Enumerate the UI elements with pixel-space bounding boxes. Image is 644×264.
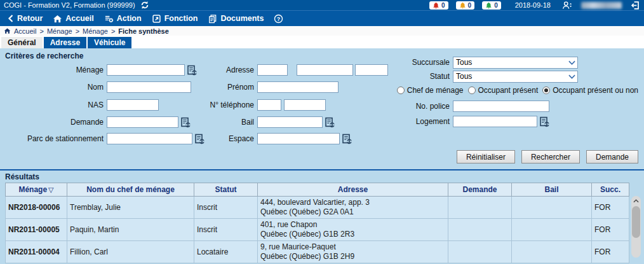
tab-strip: Général Adresse Véhicule bbox=[0, 36, 644, 48]
scrollbar-thumb[interactable] bbox=[632, 206, 640, 238]
app-title: COGI - Formation V2, Formation (999999) bbox=[4, 1, 135, 9]
espace-label: Espace bbox=[159, 134, 254, 143]
espace-lookup-icon[interactable] bbox=[342, 134, 352, 144]
breadcrumb-separator: > bbox=[111, 27, 115, 35]
bail-lookup-icon[interactable] bbox=[325, 117, 335, 128]
chevron-left-icon bbox=[8, 14, 14, 23]
col-header-bail[interactable]: Bail bbox=[512, 183, 592, 197]
demande-cell bbox=[448, 241, 512, 263]
breadcrumb-item[interactable]: Ménage bbox=[47, 27, 72, 35]
col-header-demande[interactable]: Demande bbox=[448, 183, 512, 197]
alert-badge-red[interactable]: 0 bbox=[429, 1, 448, 10]
telephone-numero-input[interactable] bbox=[284, 99, 326, 111]
logement-input[interactable] bbox=[453, 116, 537, 127]
succ-cell: FOR bbox=[592, 241, 629, 263]
results-area: Ménage▽ Nom du chef de ménage Statut Adr… bbox=[0, 181, 644, 263]
nom-cell: Fillion, Carl bbox=[67, 241, 194, 263]
nom-cell: Paquin, Martin bbox=[67, 219, 194, 241]
alert-badge-yellow[interactable]: 0 bbox=[456, 1, 475, 10]
username-redacted bbox=[581, 2, 622, 9]
col-header-adresse[interactable]: Adresse bbox=[258, 183, 448, 197]
col-header-menage[interactable]: Ménage▽ bbox=[6, 183, 67, 197]
nav-bar: Retour Accueil Action Fonction bbox=[0, 10, 644, 26]
adresse-rue-input[interactable] bbox=[297, 64, 353, 76]
nav-fonction[interactable]: Fonction bbox=[147, 14, 203, 24]
breadcrumb-home-icon bbox=[4, 27, 11, 34]
succursale-select[interactable]: Tous bbox=[453, 57, 578, 69]
espace-input[interactable] bbox=[257, 133, 340, 144]
nav-fonction-label: Fonction bbox=[164, 14, 198, 23]
radio-label: Occupant présent ou non bbox=[553, 86, 638, 95]
demande-button[interactable]: Demande bbox=[586, 150, 638, 163]
search-button[interactable]: Rechercher bbox=[521, 150, 580, 163]
tab-adresse[interactable]: Adresse bbox=[44, 37, 86, 48]
radio-occupant-present[interactable]: Occupant présent bbox=[468, 86, 539, 95]
breadcrumb-item[interactable]: Ménage bbox=[83, 27, 108, 35]
menage-link[interactable]: NR2018-00006 bbox=[6, 197, 67, 219]
tab-general[interactable]: Général bbox=[1, 37, 43, 48]
user-switch-icon[interactable] bbox=[562, 1, 572, 10]
statut-cell: Inscrit bbox=[194, 197, 258, 219]
vertical-scrollbar[interactable] bbox=[631, 196, 641, 258]
alert-count-green: 0 bbox=[494, 2, 498, 9]
alert-badge-green[interactable]: 0 bbox=[482, 1, 501, 10]
adresse-cell: 444, boulevard Valcartier, app. 3 Québec… bbox=[258, 197, 448, 219]
succursale-value: Tous bbox=[456, 58, 472, 67]
logement-label: Logement bbox=[349, 117, 450, 126]
nav-accueil[interactable]: Accueil bbox=[48, 14, 98, 24]
bail-cell bbox=[512, 241, 592, 263]
table-row[interactable]: NR2011-00004 Fillion, Carl Locataire 9, … bbox=[6, 241, 629, 263]
col-header-nom[interactable]: Nom du chef de ménage bbox=[67, 183, 194, 197]
telephone-label: N° téléphone bbox=[159, 101, 254, 109]
home-icon bbox=[53, 14, 62, 24]
breadcrumb-separator: > bbox=[76, 27, 79, 35]
nav-action-label: Action bbox=[117, 14, 142, 23]
demande-cell bbox=[448, 219, 512, 241]
title-bar: COGI - Formation V2, Formation (999999) … bbox=[0, 0, 644, 10]
demande-cell bbox=[448, 197, 512, 219]
col-header-statut[interactable]: Statut bbox=[194, 183, 258, 197]
nav-retour[interactable]: Retour bbox=[3, 14, 48, 23]
nom-label: Nom bbox=[5, 83, 104, 92]
adresse-cell: 401, rue Chapon Québec (Québec) G1B 2R3 bbox=[258, 219, 448, 241]
nav-help[interactable]: ? bbox=[269, 14, 288, 24]
nav-retour-label: Retour bbox=[17, 14, 43, 23]
menage-link[interactable]: NR2011-00004 bbox=[6, 241, 67, 263]
prenom-input[interactable] bbox=[257, 81, 339, 93]
scroll-up-icon[interactable] bbox=[631, 196, 641, 206]
breadcrumb-item[interactable]: Accueil bbox=[14, 27, 36, 35]
logout-icon[interactable] bbox=[631, 1, 640, 10]
statut-select[interactable]: Tous bbox=[453, 71, 578, 83]
col-header-succ[interactable]: Succ. bbox=[592, 183, 629, 197]
refresh-icon[interactable] bbox=[140, 1, 149, 10]
nom-cell: Tremblay, Julie bbox=[67, 197, 194, 219]
alert-count-yellow: 0 bbox=[468, 2, 472, 9]
adresse-label: Adresse bbox=[159, 66, 254, 74]
prenom-label: Prénom bbox=[159, 83, 254, 92]
table-row[interactable]: NR2018-00006 Tremblay, Julie Inscrit 444… bbox=[6, 197, 629, 219]
logement-lookup-icon[interactable] bbox=[539, 116, 550, 127]
succursale-label: Succursale bbox=[349, 58, 450, 67]
telephone-indicatif-input[interactable] bbox=[257, 99, 281, 111]
nas-input[interactable] bbox=[107, 99, 159, 111]
tab-vehicule[interactable]: Véhicule bbox=[88, 37, 131, 48]
radio-circle bbox=[542, 87, 550, 94]
nav-documents-label: Documents bbox=[220, 14, 264, 23]
radio-chef-de-menage[interactable]: Chef de ménage bbox=[397, 86, 464, 95]
bail-cell bbox=[512, 219, 592, 241]
adresse-no-input[interactable] bbox=[257, 64, 288, 76]
radio-occupant-present-ou-non[interactable]: Occupant présent ou non bbox=[542, 86, 638, 95]
breadcrumb: Accueil > Ménage > Ménage > Fiche synthè… bbox=[0, 26, 644, 36]
reset-button[interactable]: Réinitialiser bbox=[457, 150, 515, 163]
nav-accueil-label: Accueil bbox=[65, 14, 93, 23]
bail-input[interactable] bbox=[257, 116, 323, 128]
table-row[interactable]: NR2011-00005 Paquin, Martin Inscrit 401,… bbox=[6, 219, 629, 241]
statut-cell: Inscrit bbox=[194, 219, 258, 241]
radio-label: Chef de ménage bbox=[407, 86, 464, 95]
menage-link[interactable]: NR2011-00005 bbox=[6, 219, 67, 241]
nav-action[interactable]: Action bbox=[99, 14, 147, 24]
radio-circle bbox=[468, 87, 476, 94]
help-icon: ? bbox=[274, 14, 283, 24]
police-input[interactable] bbox=[453, 101, 549, 112]
nav-documents[interactable]: Documents bbox=[203, 14, 269, 24]
